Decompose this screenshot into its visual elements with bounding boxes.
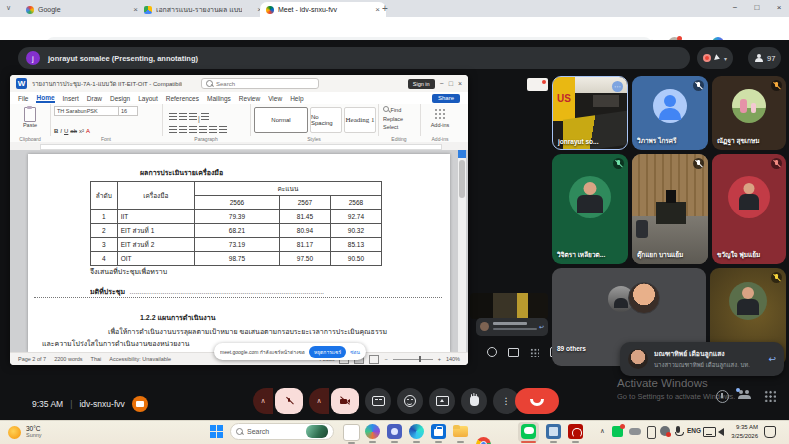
style-no-spacing[interactable]: No Spacing xyxy=(310,107,342,133)
bold-button[interactable]: B xyxy=(54,128,58,134)
share-button[interactable]: Share xyxy=(432,94,460,103)
tray-expand-icon[interactable]: ∧ xyxy=(600,427,605,435)
video-tile[interactable]: ตุ๊กแยก บานแย้ม xyxy=(632,154,708,264)
touch-keyboard-icon[interactable] xyxy=(703,427,716,437)
tab-google[interactable]: Google × xyxy=(20,2,144,17)
mic-toggle-button[interactable] xyxy=(275,388,303,414)
video-tile[interactable]: วิจิตรา เหลียวต... xyxy=(552,154,628,264)
font-name-select[interactable]: TH SarabunPSK xyxy=(54,106,120,116)
tab-document[interactable]: เอกสารแนบ-รายงานผล แบบวัด IIT-EIT-OIT × xyxy=(138,2,268,17)
menu-review[interactable]: Review xyxy=(239,95,260,102)
italic-button[interactable]: I xyxy=(60,128,62,134)
raise-hand-button[interactable] xyxy=(461,388,487,414)
menu-draw[interactable]: Draw xyxy=(87,95,102,102)
participants-counter[interactable]: 97 xyxy=(748,47,781,69)
justify-icon[interactable] xyxy=(199,126,207,133)
menu-help[interactable]: Help xyxy=(290,95,303,102)
window-close-button[interactable]: × xyxy=(771,1,787,15)
indent-icon[interactable] xyxy=(201,113,209,120)
accessibility-status[interactable]: Accessibility: Unavailable xyxy=(109,356,171,362)
activities-button[interactable] xyxy=(764,390,776,402)
word-title-bar[interactable]: W รายงานการประชุม-7A-1-แบบวัด IIT-EIT-OI… xyxy=(10,75,468,92)
menu-layout[interactable]: Layout xyxy=(138,95,158,102)
store-icon[interactable] xyxy=(431,424,446,439)
video-tile-presenter[interactable]: US ⋯ jonrayut so... xyxy=(552,76,628,150)
window-maximize-button[interactable]: □ xyxy=(749,1,765,15)
notifications-icon[interactable] xyxy=(764,426,776,438)
phone-link-icon[interactable] xyxy=(647,426,656,439)
align-right-icon[interactable] xyxy=(189,126,197,133)
hide-share-bar-button[interactable]: ซ่อน xyxy=(350,348,360,356)
captions-button[interactable] xyxy=(365,388,391,414)
font-size-select[interactable]: 16 xyxy=(118,106,138,116)
stop-sharing-button[interactable]: หยุดการแชร์ xyxy=(309,346,346,358)
video-tile[interactable]: ขวัญใจ พุ่มแย้ม xyxy=(712,154,786,264)
zoom-level[interactable]: 140% xyxy=(446,356,460,362)
superscript-button[interactable]: x² xyxy=(79,128,84,134)
annotation-controls[interactable]: ▾ xyxy=(697,47,733,69)
language-indicator[interactable]: ENG xyxy=(687,427,701,434)
underline-button[interactable]: U xyxy=(64,128,68,134)
blue-app-icon[interactable] xyxy=(546,424,561,439)
word-search-box[interactable]: Search xyxy=(201,78,319,89)
menu-insert[interactable]: Insert xyxy=(63,95,79,102)
bullet-list-icon[interactable] xyxy=(169,113,177,120)
sign-in-button[interactable]: Sign in xyxy=(408,79,435,89)
borders-icon[interactable] xyxy=(219,126,227,133)
strikethrough-button[interactable]: ab xyxy=(70,128,77,134)
tray-mic-icon[interactable] xyxy=(676,426,680,433)
select-button[interactable]: Select xyxy=(383,123,403,132)
document-scrollbar[interactable] xyxy=(458,150,466,352)
security-tray-icon[interactable] xyxy=(660,426,670,436)
zoom-knob[interactable] xyxy=(419,356,422,362)
new-tab-button[interactable]: + xyxy=(382,3,388,14)
style-heading1[interactable]: Heading 1 xyxy=(344,107,376,133)
tab-search-icon[interactable]: ∨ xyxy=(6,4,11,12)
line-icon[interactable] xyxy=(521,424,536,439)
camera-options-chevron[interactable]: ∧ xyxy=(309,388,329,414)
meeting-details-button[interactable] xyxy=(716,390,729,403)
acrobat-icon[interactable] xyxy=(568,424,583,439)
copilot-icon[interactable] xyxy=(365,424,380,439)
video-tile[interactable]: วิภาพร ไกรศรี xyxy=(632,76,708,150)
edge-icon[interactable] xyxy=(409,424,424,439)
zoom-in-button[interactable]: + xyxy=(438,356,441,362)
page-indicator[interactable]: Page 2 of 7 xyxy=(18,356,46,362)
teams-icon[interactable] xyxy=(387,424,402,439)
menu-file[interactable]: File xyxy=(18,95,28,102)
document-page[interactable]: ผลการประเมินรายเครื่องมือ ลำดับ เครื่องม… xyxy=(28,154,450,352)
font-color-button[interactable]: A xyxy=(86,128,90,134)
paste-button[interactable]: Paste xyxy=(10,122,50,128)
mic-options-chevron[interactable]: ∧ xyxy=(253,388,273,414)
menu-mailings[interactable]: Mailings xyxy=(207,95,231,102)
word-maximize-button[interactable]: □ xyxy=(449,80,453,87)
multilevel-list-icon[interactable] xyxy=(189,113,197,120)
tray-line-icon[interactable] xyxy=(612,426,623,437)
taskbar-clock[interactable]: 9:35 AM 3/25/2026 xyxy=(720,423,758,440)
window-minimize-button[interactable]: − xyxy=(727,1,743,15)
chevron-down-icon[interactable]: ▾ xyxy=(724,55,727,62)
annotate-pointer-icon[interactable] xyxy=(714,54,721,61)
taskbar-search[interactable]: Search xyxy=(230,423,334,440)
find-button[interactable]: Find xyxy=(391,107,402,113)
paste-icon[interactable] xyxy=(24,107,36,122)
align-center-icon[interactable] xyxy=(179,126,187,133)
participant-toast[interactable]: มณฑาทิพย์ เดือนลูกแสง นางสาวมณฑาทิพย์ เด… xyxy=(620,342,784,376)
camera-toggle-button[interactable] xyxy=(331,388,359,414)
scrollbar-thumb[interactable] xyxy=(459,160,465,198)
menu-view[interactable]: View xyxy=(268,95,282,102)
style-normal[interactable]: Normal xyxy=(254,107,308,133)
tab-meet-active[interactable]: Meet - idv-snxu-fvv × xyxy=(260,2,386,17)
menu-design[interactable]: Design xyxy=(110,95,130,102)
reply-arrow-icon[interactable]: ↩ xyxy=(768,354,776,364)
word-count[interactable]: 2200 words xyxy=(54,356,82,362)
shading-icon[interactable] xyxy=(209,126,217,133)
zoom-slider[interactable] xyxy=(393,359,433,360)
zoom-out-button[interactable]: − xyxy=(384,356,387,362)
menu-references[interactable]: References xyxy=(166,95,199,102)
language-indicator[interactable]: Thai xyxy=(91,356,102,362)
addins-button[interactable]: Add-ins xyxy=(420,122,460,128)
number-list-icon[interactable] xyxy=(179,113,187,120)
file-explorer-icon[interactable] xyxy=(453,424,468,439)
weather-widget[interactable]: 30°C Sunny xyxy=(8,425,42,439)
